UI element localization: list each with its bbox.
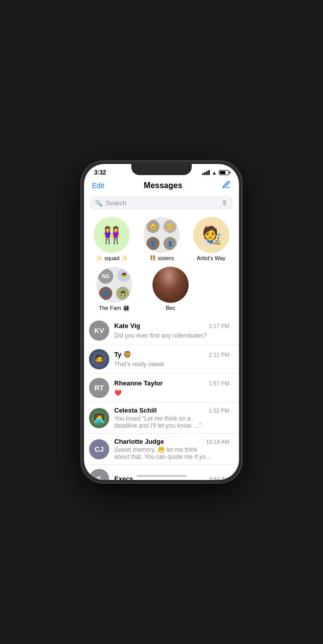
message-row[interactable]: RT Rheanne Taylor 1:57 PM › ❤️ bbox=[84, 374, 239, 403]
message-time: 10:18 AM › bbox=[206, 438, 233, 445]
message-list: KV Kate Vig 2:17 PM › Did you ever find … bbox=[84, 316, 239, 480]
pinned-artists-way[interactable]: 🧑‍🎨 Artist's Way bbox=[189, 217, 234, 262]
message-time: 2:17 PM › bbox=[209, 323, 233, 330]
the-fam-label: The Fam 👨‍👩‍👧‍👦 bbox=[99, 305, 129, 311]
pinned-squad[interactable]: 👭 ✨ squad ✨ bbox=[89, 217, 134, 262]
contact-name: Charlotte Judge bbox=[114, 438, 164, 445]
sisters-avatar: 😐 🙂 👤 👤 bbox=[143, 217, 180, 253]
message-content: Ty 🦁 2:11 PM › That's really sweet bbox=[114, 351, 233, 368]
search-icon: 🔍 bbox=[95, 200, 103, 207]
pinned-row-2: NS 👦 👤 👧 The Fam 👨‍👩‍👧‍👦 Bec bbox=[84, 265, 239, 313]
squad-label: ✨ squad ✨ bbox=[96, 255, 128, 262]
bec-avatar bbox=[152, 267, 189, 303]
avatar: RT bbox=[89, 378, 109, 398]
message-content: Celesta Schill 1:52 PM › You loved "Let … bbox=[114, 407, 233, 429]
nav-bar: Edit Messages bbox=[84, 179, 239, 194]
microphone-icon[interactable]: 🎙 bbox=[221, 199, 228, 207]
battery-icon bbox=[219, 170, 229, 175]
status-icons: ▲ bbox=[202, 170, 229, 176]
phone-frame: 3:32 ▲ Edit Messages bbox=[81, 161, 242, 483]
compose-button[interactable] bbox=[222, 180, 231, 191]
home-indicator bbox=[136, 475, 187, 477]
pinned-sisters[interactable]: 😐 🙂 👤 👤 👯 sisters bbox=[139, 217, 184, 262]
avatar: KV bbox=[89, 320, 109, 341]
message-preview: ❤️ bbox=[114, 389, 122, 396]
message-preview: Sweet memory. 😁 let me think about that.… bbox=[114, 446, 212, 460]
contact-name: Rheanne Taylor bbox=[114, 379, 163, 387]
message-time: 1:57 PM › bbox=[209, 380, 233, 387]
contact-name: Execs bbox=[114, 475, 133, 480]
artists-way-label: Artist's Way bbox=[197, 255, 225, 262]
contact-name: Celesta Schill bbox=[114, 407, 157, 414]
artists-way-avatar: 🧑‍🎨 bbox=[193, 217, 229, 253]
signal-icon bbox=[202, 170, 210, 175]
contact-name: Kate Vig bbox=[114, 322, 140, 330]
message-time: 9:44 AM › bbox=[209, 475, 233, 480]
message-content: Kate Vig 2:17 PM › Did you ever find any… bbox=[114, 322, 233, 340]
avatar: CJ bbox=[89, 439, 109, 459]
avatar: 🧔 bbox=[89, 349, 109, 369]
message-time: 1:52 PM › bbox=[209, 407, 233, 414]
pinned-row-1: 👭 ✨ squad ✨ 😐 🙂 👤 👤 👯 sisters 🧑‍🎨 bbox=[84, 214, 239, 265]
pinned-the-fam[interactable]: NS 👦 👤 👧 The Fam 👨‍👩‍👧‍👦 bbox=[96, 267, 132, 311]
message-preview: You loved "Let me think on a deadline an… bbox=[114, 415, 212, 429]
message-row[interactable]: KV Kate Vig 2:17 PM › Did you ever find … bbox=[84, 316, 239, 345]
the-fam-avatar: NS 👦 👤 👧 bbox=[96, 267, 132, 303]
search-bar[interactable]: 🔍 Search 🎙 bbox=[90, 196, 233, 210]
bec-label: Bec bbox=[166, 305, 176, 311]
sisters-label: 👯 sisters bbox=[149, 255, 174, 262]
pinned-bec[interactable]: Bec bbox=[152, 267, 189, 311]
message-row[interactable]: CJ Charlotte Judge 10:18 AM › Sweet memo… bbox=[84, 434, 239, 465]
message-preview: That's really sweet bbox=[114, 361, 164, 368]
wifi-icon: ▲ bbox=[212, 170, 217, 176]
notch bbox=[131, 164, 192, 175]
message-row[interactable]: 🧑‍💻 Celesta Schill 1:52 PM › You loved "… bbox=[84, 403, 239, 434]
message-content: Charlotte Judge 10:18 AM › Sweet memory.… bbox=[114, 438, 233, 460]
page-title: Messages bbox=[144, 181, 183, 190]
message-row[interactable]: 🧔 Ty 🦁 2:11 PM › That's really sweet bbox=[84, 345, 239, 374]
squad-avatar: 👭 bbox=[94, 217, 130, 253]
edit-button[interactable]: Edit bbox=[92, 182, 104, 190]
message-time: 2:11 PM › bbox=[209, 351, 233, 358]
avatar: 🧑‍💻 bbox=[89, 408, 109, 428]
contact-name: Ty 🦁 bbox=[114, 351, 131, 358]
search-input[interactable]: Search bbox=[106, 199, 218, 207]
avatar: E bbox=[89, 469, 109, 480]
phone-screen: 3:32 ▲ Edit Messages bbox=[84, 164, 239, 480]
message-preview: Did you ever find any rollerskates? bbox=[114, 332, 207, 339]
message-content: Rheanne Taylor 1:57 PM › ❤️ bbox=[114, 379, 233, 397]
message-row[interactable]: E Execs 9:44 AM › bbox=[84, 465, 239, 480]
status-time: 3:32 bbox=[94, 169, 106, 176]
